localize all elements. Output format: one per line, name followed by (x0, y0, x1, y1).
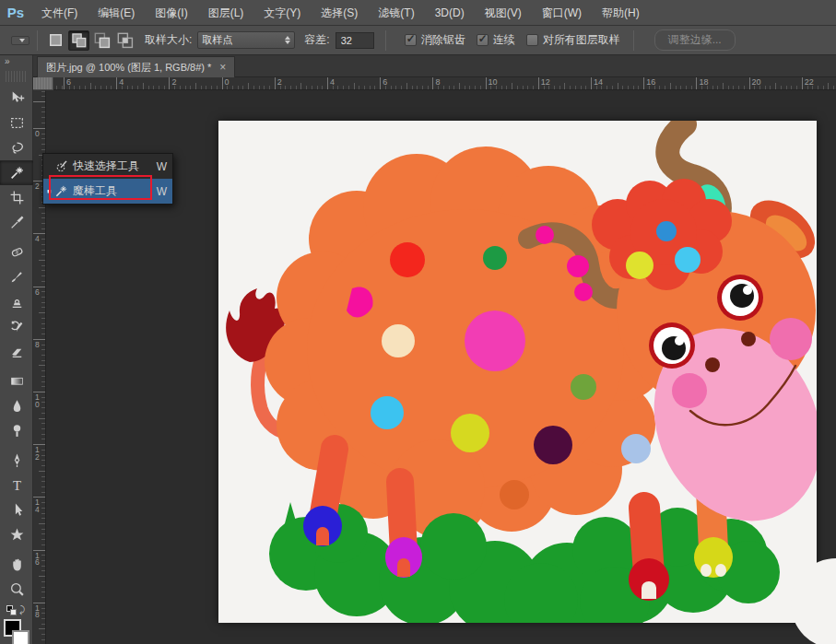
ruler-label: 10 (35, 394, 43, 408)
hand-tool[interactable] (0, 552, 33, 577)
document-title: 图片.jpg @ 100% (图层 1, RGB/8#) * (46, 61, 211, 75)
toolbar-grip[interactable] (6, 71, 27, 82)
eraser-tool[interactable] (0, 339, 33, 364)
clone-stamp-tool[interactable] (0, 289, 33, 314)
ruler-label: 4 (330, 77, 335, 87)
zoom-tool[interactable] (0, 577, 33, 602)
menu-item-8[interactable]: 视图(V) (475, 0, 532, 26)
subtract-from-selection-button[interactable] (91, 30, 112, 51)
tool-list: T (0, 86, 32, 602)
ruler-label: 2 (171, 77, 176, 87)
add-to-selection-button[interactable] (68, 30, 89, 51)
blur-tool[interactable] (0, 393, 33, 418)
menu-item-0[interactable]: 文件(F) (31, 0, 88, 26)
menu-item-6[interactable]: 滤镜(T) (368, 0, 424, 26)
selection-mode-buttons (45, 30, 135, 51)
history-brush-tool[interactable] (0, 314, 33, 339)
swap-colors-group[interactable]: ⤸ (0, 602, 32, 618)
checkbox-group: 消除锯齿连续对所有图层取样 (394, 32, 620, 48)
document-tab[interactable]: 图片.jpg @ 100% (图层 1, RGB/8#) * × (37, 56, 235, 77)
background-color-swatch[interactable] (12, 630, 29, 644)
annotation-highlight-box (49, 175, 152, 200)
tolerance-label: 容差: (304, 32, 329, 48)
color-swatches (0, 618, 32, 644)
checkbox-option-0[interactable]: 消除锯齿 (405, 32, 465, 48)
separator (633, 30, 634, 51)
checkbox-checked-icon[interactable] (405, 34, 417, 46)
checkbox-unchecked-icon[interactable] (526, 34, 538, 46)
ruler-label: 6 (66, 77, 71, 87)
default-colors-icon (10, 609, 17, 615)
intersect-with-selection-button[interactable] (114, 30, 135, 51)
menu-item-1[interactable]: 编辑(E) (88, 0, 145, 26)
separator (385, 30, 386, 51)
brush-tool[interactable] (0, 264, 33, 289)
document-canvas[interactable] (218, 121, 817, 623)
chevron-down-icon (19, 39, 25, 42)
gradient-tool[interactable] (0, 369, 33, 393)
svg-text:T: T (12, 478, 20, 493)
checkbox-label: 消除锯齿 (421, 32, 465, 48)
tool-preset-picker[interactable] (11, 36, 29, 45)
checkbox-checked-icon[interactable] (477, 34, 489, 46)
tolerance-input[interactable] (336, 32, 374, 49)
ruler-origin-corner[interactable] (33, 77, 53, 90)
sample-size-value: 取样点 (202, 33, 285, 47)
options-bar: 取样大小: 取样点 容差: 消除锯齿连续对所有图层取样 调整边缘... (0, 26, 836, 55)
ruler-label: 0 (35, 131, 43, 138)
separator (37, 30, 38, 51)
menu-item-3[interactable]: 图层(L) (198, 0, 254, 26)
stepper-arrows-icon (285, 36, 290, 44)
checkbox-option-2[interactable]: 对所有图层取样 (526, 32, 620, 48)
menu-item-2[interactable]: 图像(I) (145, 0, 197, 26)
tools-panel: » T ⤸ (0, 55, 33, 644)
ruler-label: 8 (35, 342, 43, 349)
path-select-tool[interactable] (0, 498, 33, 522)
shape-tool[interactable] (0, 522, 33, 547)
move-tool[interactable] (0, 86, 33, 111)
flyout-item-label: 快速选择工具 (73, 158, 157, 174)
quick-selection-icon (54, 159, 68, 173)
lasso-tool[interactable] (0, 135, 33, 160)
menu-item-9[interactable]: 窗口(W) (532, 0, 592, 26)
photoshop-window: Ps 文件(F)编辑(E)图像(I)图层(L)文字(Y)选择(S)滤镜(T)3D… (0, 0, 836, 644)
menu-item-4[interactable]: 文字(Y) (253, 0, 311, 26)
flyout-item-shortcut: W (157, 185, 167, 198)
checkbox-label: 连续 (493, 32, 515, 48)
canvas-artwork[interactable] (218, 121, 817, 623)
checkbox-option-1[interactable]: 连续 (477, 32, 515, 48)
flyout-item-shortcut: W (157, 160, 167, 173)
menu-item-5[interactable]: 选择(S) (311, 0, 368, 26)
eyedropper-tool[interactable] (0, 210, 33, 235)
ruler-label: 4 (119, 77, 124, 87)
ruler-label: 18 (35, 605, 43, 619)
ruler-label: 20 (752, 77, 761, 87)
crop-tool[interactable] (0, 185, 33, 210)
ruler-label: 12 (541, 77, 550, 87)
ruler-label: 18 (699, 77, 708, 87)
pen-tool[interactable] (0, 448, 33, 473)
new-selection-button[interactable] (45, 30, 66, 51)
refine-edge-button[interactable]: 调整边缘... (654, 29, 736, 51)
horizontal-ruler[interactable]: 6420246810121416182022 (53, 77, 836, 90)
ruler-label: 14 (594, 77, 603, 87)
ruler-label: 4 (35, 236, 43, 243)
ps-logo: Ps (0, 5, 31, 20)
close-icon[interactable]: × (219, 61, 226, 74)
dodge-tool[interactable] (0, 418, 33, 443)
ruler-label: 8 (435, 77, 440, 87)
sample-size-dropdown[interactable]: 取样点 (197, 31, 295, 49)
type-tool[interactable]: T (0, 473, 33, 498)
ruler-label: 16 (646, 77, 655, 87)
ruler-label: 2 (277, 77, 282, 87)
magic-wand-tool[interactable] (0, 160, 33, 185)
menu-item-10[interactable]: 帮助(H) (592, 0, 650, 26)
checkbox-label: 对所有图层取样 (543, 32, 620, 48)
marquee-tool[interactable] (0, 111, 33, 135)
healing-brush-tool[interactable] (0, 240, 33, 264)
ruler-label: 12 (35, 447, 43, 461)
ruler-label: 22 (805, 77, 814, 87)
menu-item-7[interactable]: 3D(D) (425, 0, 475, 26)
toolbar-collapse-button[interactable]: » (0, 55, 32, 69)
document-tab-bar: 图片.jpg @ 100% (图层 1, RGB/8#) * × (33, 55, 836, 77)
